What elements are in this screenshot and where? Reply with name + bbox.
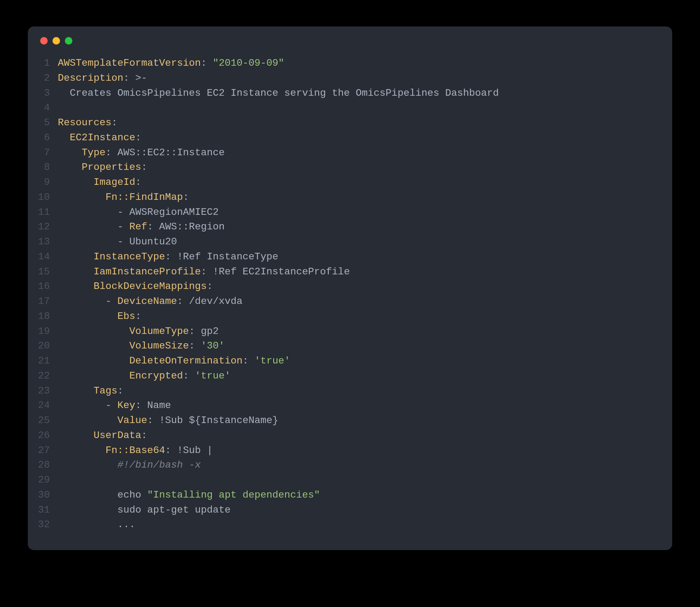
line-content[interactable]: UserData: [58, 428, 147, 443]
line-content[interactable]: #!/bin/bash -x [58, 458, 201, 473]
code-line[interactable]: 23 Tags: [37, 384, 663, 399]
token-punct: : [243, 355, 255, 367]
line-content[interactable]: DeleteOnTermination: 'true' [58, 354, 290, 369]
token-plain: !Sub | [177, 445, 213, 456]
token-punct: : [141, 161, 147, 173]
line-content[interactable]: Fn::FindInMap: [58, 190, 189, 205]
code-line[interactable]: 28 #!/bin/bash -x [37, 458, 663, 473]
code-line[interactable]: 25 Value: !Sub ${InstanceName} [37, 413, 663, 428]
token-key: Type [82, 147, 105, 158]
code-line[interactable]: 20 VolumeSize: '30' [37, 339, 663, 354]
code-line[interactable]: 24 - Key: Name [37, 398, 663, 413]
line-content[interactable]: AWSTemplateFormatVersion: "2010-09-09" [58, 56, 284, 71]
code-line[interactable]: 5Resources: [37, 116, 663, 131]
line-content[interactable]: VolumeType: gp2 [58, 324, 219, 339]
code-line[interactable]: 6 EC2Instance: [37, 131, 663, 146]
token-key: IamInstanceProfile [94, 266, 201, 277]
code-area[interactable]: 1AWSTemplateFormatVersion: "2010-09-09"2… [28, 48, 672, 532]
token-plain [58, 266, 94, 277]
token-punct: : [141, 430, 147, 441]
line-number: 13 [37, 235, 58, 250]
line-content[interactable]: - Ubuntu20 [58, 235, 177, 250]
token-plain: >- [135, 72, 147, 84]
token-punct: : [124, 72, 135, 84]
line-number: 18 [37, 309, 58, 324]
token-plain: /dev/xvda [189, 296, 243, 307]
line-number: 22 [37, 369, 58, 384]
code-line[interactable]: 19 VolumeType: gp2 [37, 324, 663, 339]
line-content[interactable]: Value: !Sub ${InstanceName} [58, 413, 278, 428]
token-key: Ebs [117, 311, 135, 322]
line-content[interactable]: InstanceType: !Ref InstanceType [58, 250, 278, 265]
token-key: AWSTemplateFormatVersion [58, 57, 201, 69]
close-icon[interactable] [40, 37, 48, 45]
line-content[interactable]: Tags: [58, 384, 124, 399]
line-content[interactable]: VolumeSize: '30' [58, 339, 225, 354]
line-content[interactable]: Type: AWS::EC2::Instance [58, 146, 225, 161]
line-content[interactable]: Description: >- [58, 71, 147, 86]
line-content[interactable]: IamInstanceProfile: !Ref EC2InstanceProf… [58, 265, 350, 280]
token-punct: : [135, 311, 142, 322]
line-content[interactable]: echo "Installing apt dependencies" [58, 488, 320, 503]
token-plain: - [58, 221, 129, 232]
token-key: Properties [82, 161, 141, 173]
line-number: 15 [37, 265, 58, 280]
line-number: 2 [37, 71, 58, 86]
token-plain: - AWSRegionAMIEC2 [58, 206, 219, 218]
code-line[interactable]: 31 sudo apt-get update [37, 503, 663, 518]
line-content[interactable]: - AWSRegionAMIEC2 [58, 205, 219, 220]
code-line[interactable]: 1AWSTemplateFormatVersion: "2010-09-09" [37, 56, 663, 71]
token-punct: : [147, 415, 159, 426]
code-line[interactable]: 2Description: >- [37, 71, 663, 86]
line-number: 31 [37, 503, 58, 518]
code-line[interactable]: 7 Type: AWS::EC2::Instance [37, 146, 663, 161]
code-line[interactable]: 12 - Ref: AWS::Region [37, 220, 663, 235]
code-line[interactable]: 14 InstanceType: !Ref InstanceType [37, 250, 663, 265]
line-content[interactable]: - Key: Name [58, 398, 171, 413]
line-content[interactable]: - Ref: AWS::Region [58, 220, 225, 235]
token-str: "2010-09-09" [213, 57, 284, 69]
line-content[interactable]: Ebs: [58, 309, 141, 324]
code-line[interactable]: 18 Ebs: [37, 309, 663, 324]
line-content[interactable]: Fn::Base64: !Sub | [58, 443, 213, 458]
line-content[interactable]: EC2Instance: [58, 131, 141, 146]
code-line[interactable]: 16 BlockDeviceMappings: [37, 279, 663, 294]
line-content[interactable]: Creates OmicsPipelines EC2 Instance serv… [58, 86, 499, 101]
code-line[interactable]: 30 echo "Installing apt dependencies" [37, 488, 663, 503]
line-number: 7 [37, 146, 58, 161]
line-content[interactable]: Encrypted: 'true' [58, 369, 231, 384]
code-line[interactable]: 22 Encrypted: 'true' [37, 369, 663, 384]
code-line[interactable]: 15 IamInstanceProfile: !Ref EC2InstanceP… [37, 265, 663, 280]
token-plain [58, 191, 105, 203]
code-line[interactable]: 26 UserData: [37, 428, 663, 443]
line-content[interactable]: ... [58, 517, 135, 532]
token-key: Fn::Base64 [105, 445, 165, 456]
code-line[interactable]: 9 ImageId: [37, 175, 663, 190]
code-line[interactable]: 29 [37, 473, 663, 488]
line-content[interactable]: BlockDeviceMappings: [58, 279, 213, 294]
token-plain [58, 311, 117, 322]
line-number: 29 [37, 473, 58, 488]
code-line[interactable]: 27 Fn::Base64: !Sub | [37, 443, 663, 458]
line-number: 23 [37, 384, 58, 399]
minimize-icon[interactable] [53, 37, 60, 45]
line-content[interactable]: ImageId: [58, 175, 141, 190]
code-line[interactable]: 10 Fn::FindInMap: [37, 190, 663, 205]
line-content[interactable]: sudo apt-get update [58, 503, 231, 518]
line-content[interactable]: Properties: [58, 160, 147, 175]
maximize-icon[interactable] [65, 37, 72, 45]
token-punct: : [147, 221, 159, 232]
code-line[interactable]: 13 - Ubuntu20 [37, 235, 663, 250]
line-content[interactable]: Resources: [58, 116, 117, 131]
code-line[interactable]: 3 Creates OmicsPipelines EC2 Instance se… [37, 86, 663, 101]
token-key: Value [117, 415, 147, 426]
token-plain [58, 176, 94, 188]
code-line[interactable]: 17 - DeviceName: /dev/xvda [37, 294, 663, 309]
token-plain [58, 161, 82, 173]
code-line[interactable]: 11 - AWSRegionAMIEC2 [37, 205, 663, 220]
code-line[interactable]: 8 Properties: [37, 160, 663, 175]
code-line[interactable]: 4 [37, 101, 663, 116]
line-content[interactable]: - DeviceName: /dev/xvda [58, 294, 243, 309]
code-line[interactable]: 21 DeleteOnTermination: 'true' [37, 354, 663, 369]
code-line[interactable]: 32 ... [37, 517, 663, 532]
